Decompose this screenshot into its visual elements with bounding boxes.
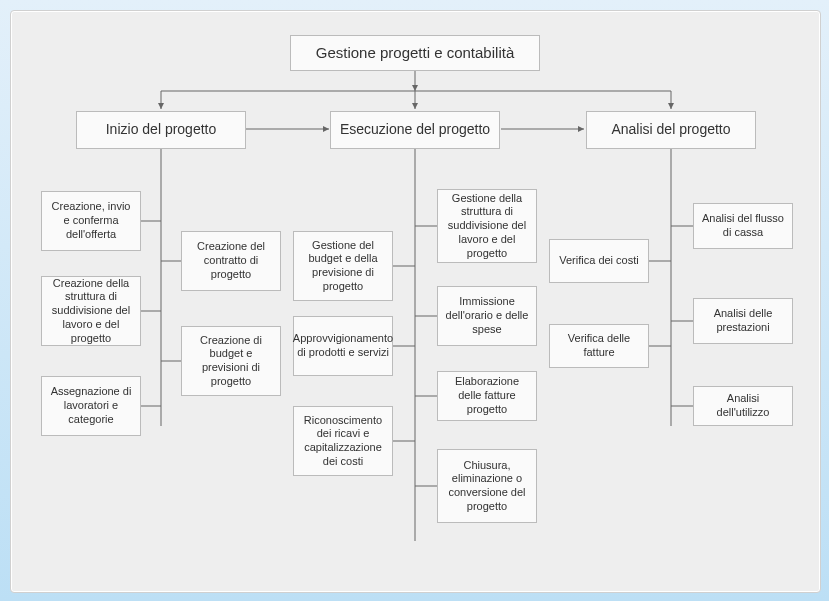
leaf-utilizzo: Analisi dell'utilizzo — [693, 386, 793, 426]
leaf-offerta: Creazione, invio e conferma dell'offerta — [41, 191, 141, 251]
leaf-flusso-cassa: Analisi del flusso di cassa — [693, 203, 793, 249]
phase-analisi: Analisi del progetto — [586, 111, 756, 149]
leaf-prestazioni: Analisi delle prestazioni — [693, 298, 793, 344]
leaf-approvvigionamento: Approvvigionamento di prodotti e servizi — [293, 316, 393, 376]
leaf-budget-creazione: Creazione di budget e previsioni di prog… — [181, 326, 281, 396]
leaf-riconoscimento: Riconoscimento dei ricavi e capitalizzaz… — [293, 406, 393, 476]
leaf-orario-spese: Immissione dell'orario e delle spese — [437, 286, 537, 346]
leaf-wbs-gestione: Gestione della struttura di suddivisione… — [437, 189, 537, 263]
leaf-wbs-creazione: Creazione della struttura di suddivision… — [41, 276, 141, 346]
leaf-verifica-fatture: Verifica delle fatture — [549, 324, 649, 368]
diagram-canvas: Gestione progetti e contabilità Inizio d… — [10, 10, 821, 593]
leaf-contratto: Creazione del contratto di progetto — [181, 231, 281, 291]
leaf-chiusura: Chiusura, eliminazione o conversione del… — [437, 449, 537, 523]
phase-esecuzione: Esecuzione del progetto — [330, 111, 500, 149]
leaf-elaborazione-fatture: Elaborazione delle fatture progetto — [437, 371, 537, 421]
leaf-budget-gestione: Gestione del budget e della previsione d… — [293, 231, 393, 301]
leaf-assegnazione: Assegnazione di lavoratori e categorie — [41, 376, 141, 436]
root-node: Gestione progetti e contabilità — [290, 35, 540, 71]
leaf-verifica-costi: Verifica dei costi — [549, 239, 649, 283]
phase-inizio: Inizio del progetto — [76, 111, 246, 149]
